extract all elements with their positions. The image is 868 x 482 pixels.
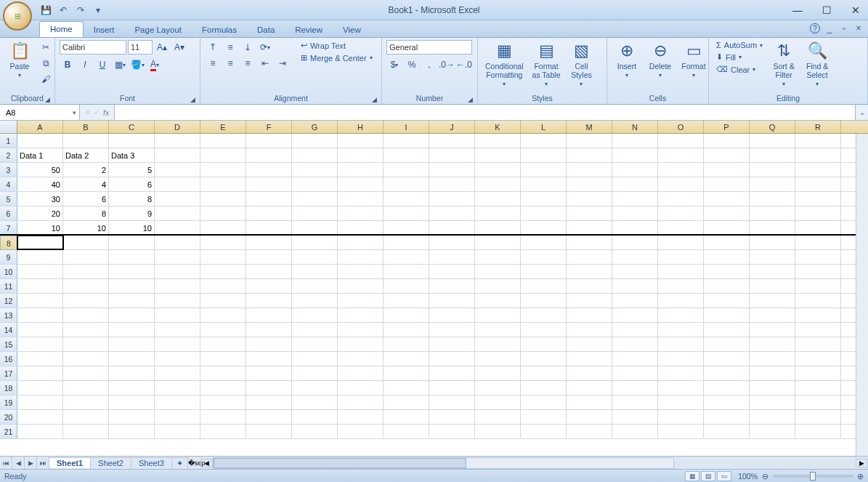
cell[interactable]	[200, 279, 246, 293]
sheet-tab[interactable]: Sheet1	[49, 457, 91, 468]
cell[interactable]	[338, 308, 384, 322]
cell[interactable]	[704, 148, 750, 162]
cell[interactable]	[109, 425, 155, 438]
cell[interactable]	[338, 366, 384, 380]
cell[interactable]	[200, 236, 246, 249]
copy-icon[interactable]: ⧉	[38, 56, 54, 71]
cell[interactable]	[200, 410, 246, 424]
cell[interactable]	[795, 425, 841, 438]
row-header[interactable]: 10	[0, 265, 17, 278]
cell[interactable]	[704, 323, 750, 337]
autosum-button[interactable]: ΣAutoSum	[713, 40, 766, 50]
cell[interactable]	[612, 366, 658, 380]
cell[interactable]	[795, 381, 841, 395]
cell[interactable]	[750, 250, 795, 264]
column-header-P[interactable]: P	[704, 121, 750, 133]
merge-center-button[interactable]: ⊞Merge & Center	[298, 52, 376, 63]
cell[interactable]	[475, 163, 521, 177]
row-header[interactable]: 16	[0, 352, 17, 366]
cell[interactable]	[63, 323, 109, 337]
cell[interactable]	[246, 250, 292, 264]
cell[interactable]: 10	[63, 221, 109, 234]
cell[interactable]	[658, 192, 704, 206]
zoom-slider[interactable]	[773, 475, 853, 478]
cell[interactable]	[612, 279, 658, 293]
column-header-K[interactable]: K	[475, 121, 521, 133]
cell[interactable]	[200, 381, 246, 395]
horizontal-scrollbar[interactable]: �sep ◀ ▶	[188, 457, 868, 469]
row-header[interactable]: 8	[0, 236, 17, 250]
cell[interactable]	[612, 148, 658, 162]
cell[interactable]	[521, 279, 567, 293]
row-header[interactable]: 15	[0, 337, 17, 351]
cell[interactable]: 2	[63, 163, 109, 177]
cell[interactable]	[521, 148, 567, 162]
orientation-icon[interactable]: ⟳	[257, 40, 273, 55]
cell[interactable]	[17, 323, 63, 337]
cell[interactable]	[429, 163, 475, 177]
cell[interactable]	[292, 192, 338, 206]
cell[interactable]	[246, 294, 292, 308]
normal-view-icon[interactable]: ▦	[685, 471, 699, 481]
cell[interactable]	[63, 236, 109, 249]
cell[interactable]	[109, 308, 155, 322]
clear-button[interactable]: ⌫Clear	[713, 64, 766, 75]
cell[interactable]	[155, 221, 200, 234]
row-header[interactable]: 7	[0, 221, 17, 234]
cell[interactable]	[567, 265, 612, 278]
cell[interactable]	[200, 352, 246, 366]
column-header-Q[interactable]: Q	[750, 121, 795, 133]
cell[interactable]	[475, 425, 521, 438]
cell[interactable]	[155, 250, 200, 264]
cell[interactable]	[155, 308, 200, 322]
cell[interactable]	[384, 366, 429, 380]
cell[interactable]	[658, 366, 704, 380]
cell[interactable]	[704, 250, 750, 264]
cell[interactable]	[109, 236, 155, 249]
cell[interactable]	[384, 279, 429, 293]
cell[interactable]	[246, 410, 292, 424]
cell[interactable]	[658, 294, 704, 308]
cell[interactable]	[200, 206, 246, 220]
cell[interactable]	[200, 323, 246, 337]
cell[interactable]	[704, 134, 750, 148]
align-top-icon[interactable]: ⤒	[205, 40, 221, 55]
cell[interactable]	[567, 308, 612, 322]
cell[interactable]	[429, 192, 475, 206]
column-header-B[interactable]: B	[63, 121, 109, 133]
cell[interactable]	[612, 221, 658, 234]
sort-filter-button[interactable]: ⇅Sort & Filter	[768, 40, 799, 89]
cell[interactable]	[658, 221, 704, 234]
page-layout-view-icon[interactable]: ▤	[701, 471, 715, 481]
cell[interactable]	[384, 294, 429, 308]
cell[interactable]	[475, 279, 521, 293]
cell[interactable]	[200, 366, 246, 380]
tab-view[interactable]: View	[333, 23, 371, 37]
cell[interactable]	[429, 134, 475, 148]
cell[interactable]	[292, 148, 338, 162]
cell[interactable]	[612, 294, 658, 308]
cell[interactable]	[521, 250, 567, 264]
cell[interactable]	[338, 206, 384, 220]
cell[interactable]	[658, 265, 704, 278]
cell[interactable]	[750, 352, 795, 366]
insert-cells-button[interactable]: ⊕Insert	[612, 40, 642, 80]
cell[interactable]	[750, 366, 795, 380]
cell[interactable]	[246, 221, 292, 234]
fill-button[interactable]: ⬇Fill	[713, 52, 766, 63]
align-left-icon[interactable]: ≡	[205, 56, 221, 71]
cell[interactable]	[521, 366, 567, 380]
cell[interactable]: 20	[17, 206, 63, 220]
minimize-ribbon-icon[interactable]: _	[824, 23, 835, 33]
cell[interactable]	[63, 352, 109, 366]
cell[interactable]	[109, 381, 155, 395]
cell[interactable]	[338, 279, 384, 293]
undo-icon[interactable]: ↶	[57, 4, 70, 17]
cell[interactable]	[429, 410, 475, 424]
cell[interactable]	[17, 337, 63, 351]
cell[interactable]	[155, 148, 200, 162]
cell[interactable]	[17, 381, 63, 395]
currency-icon[interactable]: $	[386, 57, 402, 72]
cell[interactable]	[704, 192, 750, 206]
cell[interactable]	[338, 323, 384, 337]
